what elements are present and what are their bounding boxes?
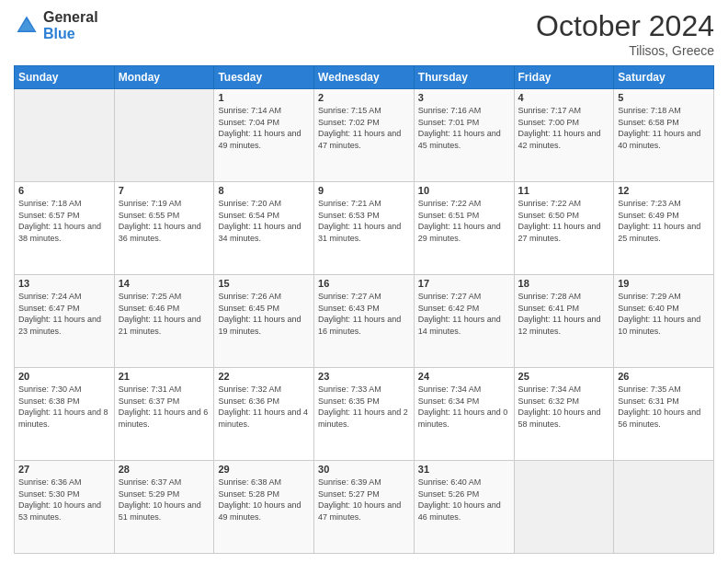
- calendar-day-header: Friday: [514, 66, 614, 89]
- calendar-cell: 30Sunrise: 6:39 AM Sunset: 5:27 PM Dayli…: [314, 461, 415, 554]
- calendar-cell: 4Sunrise: 7:17 AM Sunset: 7:00 PM Daylig…: [514, 89, 614, 182]
- day-content: Sunrise: 7:34 AM Sunset: 6:34 PM Dayligh…: [418, 384, 510, 430]
- location: Tilisos, Greece: [536, 43, 714, 58]
- calendar-cell: 8Sunrise: 7:20 AM Sunset: 6:54 PM Daylig…: [214, 182, 314, 275]
- day-content: Sunrise: 7:18 AM Sunset: 6:58 PM Dayligh…: [618, 105, 710, 151]
- day-content: Sunrise: 6:36 AM Sunset: 5:30 PM Dayligh…: [18, 477, 110, 523]
- day-content: Sunrise: 7:22 AM Sunset: 6:51 PM Dayligh…: [418, 198, 510, 244]
- day-content: Sunrise: 6:40 AM Sunset: 5:26 PM Dayligh…: [418, 477, 510, 523]
- month-title: October 2024: [536, 9, 714, 43]
- day-content: Sunrise: 7:29 AM Sunset: 6:40 PM Dayligh…: [618, 291, 710, 337]
- day-number: 4: [518, 92, 610, 103]
- title-block: October 2024 Tilisos, Greece: [536, 9, 714, 58]
- calendar-header-row: SundayMondayTuesdayWednesdayThursdayFrid…: [15, 66, 714, 89]
- calendar-cell: 21Sunrise: 7:31 AM Sunset: 6:37 PM Dayli…: [114, 368, 214, 461]
- day-content: Sunrise: 7:22 AM Sunset: 6:50 PM Dayligh…: [518, 198, 610, 244]
- day-content: Sunrise: 7:27 AM Sunset: 6:42 PM Dayligh…: [418, 291, 510, 337]
- day-content: Sunrise: 7:19 AM Sunset: 6:55 PM Dayligh…: [119, 198, 210, 244]
- calendar-cell: 28Sunrise: 6:37 AM Sunset: 5:29 PM Dayli…: [114, 461, 214, 554]
- calendar-day-header: Sunday: [15, 66, 115, 89]
- calendar-cell: [514, 461, 614, 554]
- calendar-week-row: 27Sunrise: 6:36 AM Sunset: 5:30 PM Dayli…: [15, 461, 714, 554]
- logo-text: General Blue: [43, 9, 98, 42]
- calendar-cell: 20Sunrise: 7:30 AM Sunset: 6:38 PM Dayli…: [15, 368, 115, 461]
- day-number: 13: [18, 278, 110, 289]
- calendar-cell: 14Sunrise: 7:25 AM Sunset: 6:46 PM Dayli…: [114, 275, 214, 368]
- day-number: 5: [618, 92, 710, 103]
- calendar-cell: 16Sunrise: 7:27 AM Sunset: 6:43 PM Dayli…: [314, 275, 415, 368]
- day-number: 19: [618, 278, 710, 289]
- calendar-cell: 24Sunrise: 7:34 AM Sunset: 6:34 PM Dayli…: [414, 368, 514, 461]
- day-number: 2: [318, 92, 410, 103]
- day-number: 10: [418, 185, 510, 196]
- day-number: 21: [119, 371, 210, 382]
- day-content: Sunrise: 7:14 AM Sunset: 7:04 PM Dayligh…: [218, 105, 310, 151]
- calendar-cell: 23Sunrise: 7:33 AM Sunset: 6:35 PM Dayli…: [314, 368, 415, 461]
- day-number: 26: [618, 371, 710, 382]
- day-number: 6: [18, 185, 110, 196]
- day-number: 22: [218, 371, 310, 382]
- day-number: 16: [318, 278, 410, 289]
- calendar-cell: 27Sunrise: 6:36 AM Sunset: 5:30 PM Dayli…: [15, 461, 115, 554]
- day-content: Sunrise: 7:28 AM Sunset: 6:41 PM Dayligh…: [518, 291, 610, 337]
- logo: General Blue: [14, 9, 98, 42]
- day-content: Sunrise: 7:30 AM Sunset: 6:38 PM Dayligh…: [18, 384, 110, 430]
- calendar-cell: 2Sunrise: 7:15 AM Sunset: 7:02 PM Daylig…: [314, 89, 415, 182]
- day-content: Sunrise: 7:35 AM Sunset: 6:31 PM Dayligh…: [618, 384, 710, 430]
- day-number: 18: [518, 278, 610, 289]
- calendar-cell: 12Sunrise: 7:23 AM Sunset: 6:49 PM Dayli…: [614, 182, 714, 275]
- day-number: 23: [318, 371, 410, 382]
- day-content: Sunrise: 7:21 AM Sunset: 6:53 PM Dayligh…: [318, 198, 410, 244]
- header: General Blue October 2024 Tilisos, Greec…: [14, 9, 714, 58]
- calendar-cell: 10Sunrise: 7:22 AM Sunset: 6:51 PM Dayli…: [414, 182, 514, 275]
- day-content: Sunrise: 7:20 AM Sunset: 6:54 PM Dayligh…: [218, 198, 310, 244]
- day-number: 27: [18, 464, 110, 475]
- day-number: 7: [119, 185, 210, 196]
- day-content: Sunrise: 7:15 AM Sunset: 7:02 PM Dayligh…: [318, 105, 410, 151]
- calendar-cell: [15, 89, 115, 182]
- day-number: 29: [218, 464, 310, 475]
- day-number: 24: [418, 371, 510, 382]
- calendar-week-row: 20Sunrise: 7:30 AM Sunset: 6:38 PM Dayli…: [15, 368, 714, 461]
- calendar-cell: 31Sunrise: 6:40 AM Sunset: 5:26 PM Dayli…: [414, 461, 514, 554]
- calendar-day-header: Monday: [114, 66, 214, 89]
- day-content: Sunrise: 7:25 AM Sunset: 6:46 PM Dayligh…: [119, 291, 210, 337]
- calendar-week-row: 1Sunrise: 7:14 AM Sunset: 7:04 PM Daylig…: [15, 89, 714, 182]
- calendar-day-header: Wednesday: [314, 66, 415, 89]
- day-number: 25: [518, 371, 610, 382]
- calendar-cell: [614, 461, 714, 554]
- calendar-cell: 5Sunrise: 7:18 AM Sunset: 6:58 PM Daylig…: [614, 89, 714, 182]
- day-content: Sunrise: 7:24 AM Sunset: 6:47 PM Dayligh…: [18, 291, 110, 337]
- calendar-week-row: 6Sunrise: 7:18 AM Sunset: 6:57 PM Daylig…: [15, 182, 714, 275]
- calendar-cell: 13Sunrise: 7:24 AM Sunset: 6:47 PM Dayli…: [15, 275, 115, 368]
- day-content: Sunrise: 7:16 AM Sunset: 7:01 PM Dayligh…: [418, 105, 510, 151]
- day-number: 28: [119, 464, 210, 475]
- day-content: Sunrise: 7:23 AM Sunset: 6:49 PM Dayligh…: [618, 198, 710, 244]
- day-number: 17: [418, 278, 510, 289]
- calendar-day-header: Tuesday: [214, 66, 314, 89]
- day-content: Sunrise: 6:38 AM Sunset: 5:28 PM Dayligh…: [218, 477, 310, 523]
- calendar-cell: 18Sunrise: 7:28 AM Sunset: 6:41 PM Dayli…: [514, 275, 614, 368]
- calendar-day-header: Saturday: [614, 66, 714, 89]
- calendar-cell: 9Sunrise: 7:21 AM Sunset: 6:53 PM Daylig…: [314, 182, 415, 275]
- logo-icon: [14, 13, 40, 39]
- day-content: Sunrise: 7:26 AM Sunset: 6:45 PM Dayligh…: [218, 291, 310, 337]
- calendar-cell: 26Sunrise: 7:35 AM Sunset: 6:31 PM Dayli…: [614, 368, 714, 461]
- calendar-cell: 25Sunrise: 7:34 AM Sunset: 6:32 PM Dayli…: [514, 368, 614, 461]
- day-content: Sunrise: 6:37 AM Sunset: 5:29 PM Dayligh…: [119, 477, 210, 523]
- day-number: 20: [18, 371, 110, 382]
- calendar-cell: 29Sunrise: 6:38 AM Sunset: 5:28 PM Dayli…: [214, 461, 314, 554]
- day-number: 1: [218, 92, 310, 103]
- day-number: 14: [119, 278, 210, 289]
- day-content: Sunrise: 6:39 AM Sunset: 5:27 PM Dayligh…: [318, 477, 410, 523]
- day-number: 3: [418, 92, 510, 103]
- calendar-week-row: 13Sunrise: 7:24 AM Sunset: 6:47 PM Dayli…: [15, 275, 714, 368]
- calendar-day-header: Thursday: [414, 66, 514, 89]
- day-content: Sunrise: 7:31 AM Sunset: 6:37 PM Dayligh…: [119, 384, 210, 430]
- day-content: Sunrise: 7:17 AM Sunset: 7:00 PM Dayligh…: [518, 105, 610, 151]
- calendar-table: SundayMondayTuesdayWednesdayThursdayFrid…: [14, 65, 714, 554]
- day-content: Sunrise: 7:34 AM Sunset: 6:32 PM Dayligh…: [518, 384, 610, 430]
- calendar-cell: 17Sunrise: 7:27 AM Sunset: 6:42 PM Dayli…: [414, 275, 514, 368]
- day-content: Sunrise: 7:32 AM Sunset: 6:36 PM Dayligh…: [218, 384, 310, 430]
- calendar-cell: 19Sunrise: 7:29 AM Sunset: 6:40 PM Dayli…: [614, 275, 714, 368]
